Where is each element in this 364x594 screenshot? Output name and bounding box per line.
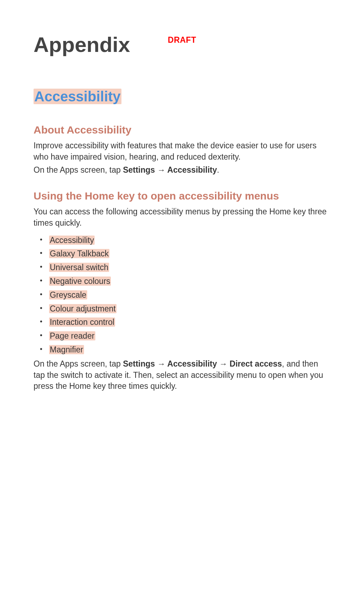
page-container: DRAFT Appendix Accessibility About Acces… [0,32,364,594]
list-item-text: Accessibility [49,236,95,245]
heading-about-accessibility: About Accessibility [34,124,330,136]
list-item-text: Universal switch [49,263,109,272]
list-item: Negative colours [34,275,330,288]
using-home-intro: You can access the following accessibili… [34,206,330,228]
list-item: Colour adjustment [34,302,330,315]
outro-accessibility: Accessibility [167,359,217,368]
outro-prefix: On the Apps screen, tap [34,359,123,368]
draft-watermark: DRAFT [0,35,364,45]
list-item-text: Page reader [49,331,95,340]
list-item: Interaction control [34,316,330,329]
list-item: Accessibility [34,234,330,247]
list-item: Page reader [34,329,330,343]
about-paragraph-1: Improve accessibility with features that… [34,140,330,162]
outro-arrow2: → [217,359,229,368]
outro-direct: Direct access [229,359,282,368]
about-p2-prefix: On the Apps screen, tap [34,165,123,174]
heading-using-home-key: Using the Home key to open accessibility… [34,190,330,202]
list-item-text: Colour adjustment [49,304,117,313]
list-item-text: Negative colours [49,277,111,286]
list-item: Magnifier [34,343,330,356]
accessibility-menu-list: Accessibility Galaxy Talkback Universal … [34,234,330,356]
heading-accessibility: Accessibility [34,89,330,105]
list-item-text: Interaction control [49,317,115,327]
heading-accessibility-text: Accessibility [34,89,121,104]
list-item: Galaxy Talkback [34,247,330,260]
list-item-text: Galaxy Talkback [49,249,109,258]
list-item-text: Magnifier [49,345,84,354]
about-paragraph-2: On the Apps screen, tap Settings → Acces… [34,165,330,176]
list-item: Greyscale [34,289,330,302]
about-p2-settings: Settings [123,165,155,174]
list-item: Universal switch [34,261,330,274]
about-p2-arrow: → [155,165,167,174]
outro-arrow1: → [155,359,167,368]
about-p2-accessibility: Accessibility [167,165,217,174]
list-item-text: Greyscale [49,290,87,299]
outro-settings: Settings [123,359,155,368]
about-p2-suffix: . [217,165,219,174]
using-home-outro: On the Apps screen, tap Settings → Acces… [34,358,330,392]
